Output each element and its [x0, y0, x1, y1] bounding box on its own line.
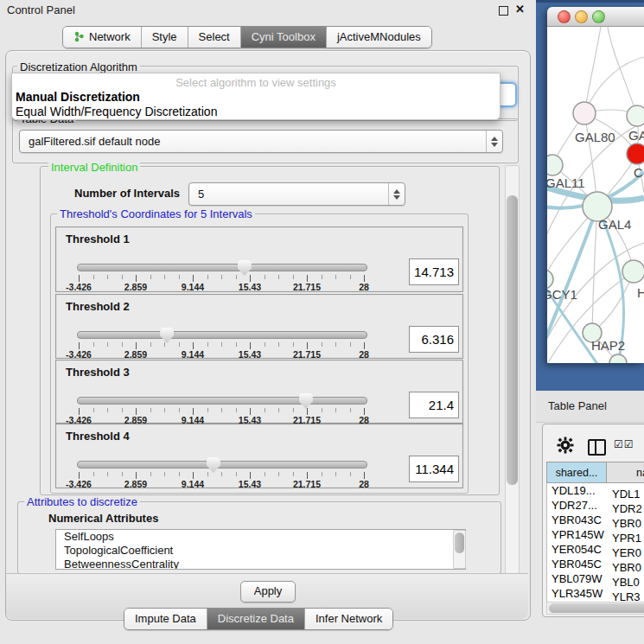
tab-style[interactable]: Style: [141, 27, 188, 48]
scale-label: -3.426: [53, 349, 105, 360]
node-gcy1[interactable]: [547, 270, 553, 289]
slider-thumb[interactable]: [160, 328, 174, 343]
scale-label: 28: [338, 479, 390, 489]
tab-network[interactable]: Network: [63, 27, 141, 48]
tab-jactivemnodules[interactable]: jActiveMNodules: [326, 27, 431, 48]
table-row[interactable]: YDR27...YDR2: [547, 498, 644, 513]
number-of-intervals-combobox[interactable]: 5: [188, 182, 405, 206]
table-row[interactable]: YDL19...YDL1: [547, 483, 644, 498]
network-view-window: GAL80 GAL11 GAL4 GCY1 HAP2 GA C H: [547, 7, 644, 363]
table-row[interactable]: YER054CYER0: [547, 542, 644, 557]
algorithm-dropdown-popup: Select algorithm to view settings Manual…: [11, 73, 501, 120]
threshold-2-panel: Threshold 2 -3.426 2.859 9.144 15.43 21.…: [55, 294, 463, 359]
threshold-2-slider[interactable]: [77, 328, 367, 343]
table-data-value: galFiltered.sif default node: [20, 135, 486, 148]
network-canvas[interactable]: GAL80 GAL11 GAL4 GCY1 HAP2 GA C H: [547, 27, 644, 363]
scale-label: 2.859: [110, 349, 162, 360]
threshold-1-value-field[interactable]: 14.713: [409, 258, 459, 285]
tab-select[interactable]: Select: [188, 27, 240, 48]
node-label: GAL11: [547, 175, 585, 190]
control-panel-tabs: Network Style Select Cyni Toolbox jActiv…: [62, 26, 432, 48]
attributes-list-scrollbar-thumb[interactable]: [455, 532, 464, 553]
node-label: H: [637, 285, 644, 300]
scale-label: 2.859: [110, 282, 162, 292]
column-header-name[interactable]: na: [606, 462, 644, 483]
node-gal11[interactable]: [547, 155, 563, 175]
tab-infer-network[interactable]: Infer Network: [304, 609, 392, 629]
tab-impute-data[interactable]: Impute Data: [124, 609, 207, 629]
scale-label: -3.426: [53, 479, 105, 489]
threshold-4-slider[interactable]: [77, 457, 367, 473]
threshold-3-value-field[interactable]: 21.4: [409, 392, 459, 418]
close-traffic-light[interactable]: [558, 10, 571, 23]
scale-label: 15.43: [224, 479, 276, 489]
node-selected-red[interactable]: [627, 143, 644, 164]
slider-track[interactable]: [77, 264, 367, 271]
scale-label: -3.426: [53, 282, 105, 292]
numerical-attributes-list[interactable]: SelfLoops TopologicalCoefficient Between…: [55, 529, 466, 570]
tab-discretize-data[interactable]: Discretize Data: [207, 609, 304, 629]
attributes-group-title: Attributes to discretize: [24, 495, 140, 508]
node-label: HAP2: [591, 338, 625, 353]
popup-option-equal-width[interactable]: Equal Width/Frequency Discretization: [16, 105, 217, 118]
number-of-intervals-label: Number of Intervals: [74, 187, 180, 200]
threshold-3-panel: Threshold 3 -3.426 2.859 9.144 15.43 21.…: [55, 360, 463, 424]
threshold-2-label: Threshold 2: [66, 300, 130, 313]
table-horizontal-scrollbar[interactable]: [546, 602, 644, 615]
slider-track[interactable]: [77, 461, 367, 469]
list-item[interactable]: SelfLoops: [56, 530, 465, 544]
control-panel-title: Control Panel: [7, 3, 75, 16]
table-data-combobox[interactable]: galFiltered.sif default node: [19, 130, 503, 153]
threshold-3-slider[interactable]: [77, 393, 367, 409]
network-window-titlebar[interactable]: [547, 7, 644, 27]
close-icon[interactable]: ✕: [515, 3, 525, 16]
network-icon: [73, 31, 85, 42]
list-item[interactable]: BetweennessCentrality: [56, 558, 465, 570]
scale-label: 2.859: [110, 479, 162, 489]
popup-option-manual-discretization[interactable]: Manual Discretization: [16, 90, 140, 104]
threshold-2-value-field[interactable]: 6.316: [409, 326, 459, 353]
node[interactable]: [622, 260, 644, 283]
slider-thumb[interactable]: [207, 457, 220, 473]
scale-label: 9.144: [167, 349, 219, 360]
table-horizontal-scrollbar-thumb[interactable]: [549, 603, 644, 613]
slider-track[interactable]: [77, 397, 367, 405]
table-row[interactable]: YBR045CYBR0: [547, 557, 644, 571]
table-panel-header: Table Panel: [536, 391, 644, 423]
node[interactable]: [627, 105, 644, 126]
node-label: C: [634, 165, 643, 180]
list-item[interactable]: TopologicalCoefficient: [56, 544, 465, 558]
threshold-1-label: Threshold 1: [66, 233, 130, 245]
scale-label: 28: [338, 349, 390, 360]
slider-track[interactable]: [77, 331, 367, 339]
zoom-traffic-light[interactable]: [592, 10, 605, 23]
scale-label: 15.43: [224, 282, 276, 292]
control-panel-titlebar: Control Panel ✕: [0, 0, 536, 21]
scale-label: 15.43: [224, 349, 276, 360]
settings-scrollbar-thumb[interactable]: [507, 195, 518, 485]
node-gal80[interactable]: [573, 102, 596, 124]
discretization-algorithm-group-title: Discretization Algorithm: [17, 61, 140, 73]
checkbox-filter-icons[interactable]: ☑☑: [614, 438, 634, 450]
network-graph: GAL80 GAL11 GAL4 GCY1 HAP2 GA C H: [547, 27, 644, 363]
float-window-icon[interactable]: [499, 6, 508, 16]
slider-thumb[interactable]: [238, 260, 252, 276]
table-row[interactable]: YPR145WYPR1: [547, 527, 644, 542]
threshold-4-value-field[interactable]: 11.344: [409, 456, 459, 482]
popup-hint: Select algorithm to view settings: [12, 76, 500, 89]
column-layout-icon[interactable]: [588, 439, 606, 456]
scale-label: 21.715: [281, 282, 333, 292]
apply-button[interactable]: Apply: [240, 581, 296, 603]
settings-scrollbar[interactable]: [505, 165, 520, 574]
table-row[interactable]: YBR043CYBR0: [547, 513, 644, 527]
table-row[interactable]: YBL079WYBL0: [547, 571, 644, 586]
cyni-bottom-tabs: Impute Data Discretize Data Infer Networ…: [124, 608, 393, 630]
column-header-shared-name[interactable]: shared...: [546, 462, 607, 483]
attributes-list-scrollbar[interactable]: [453, 530, 466, 569]
gear-icon[interactable]: [557, 437, 574, 454]
threshold-1-slider[interactable]: [77, 260, 367, 276]
slider-thumb[interactable]: [299, 393, 313, 409]
minimize-traffic-light[interactable]: [575, 10, 588, 23]
table-row[interactable]: YLR345WYLR3: [547, 586, 644, 601]
tab-cyni-toolbox[interactable]: Cyni Toolbox: [240, 27, 326, 48]
